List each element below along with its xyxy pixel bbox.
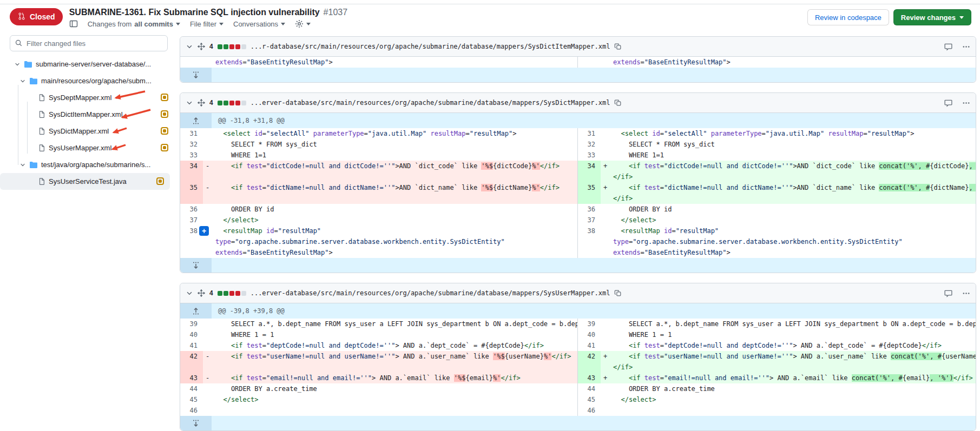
tree-folder-main-resources-org-apache-subm-[interactable]: main/resources/org/apache/subm...: [0, 72, 174, 89]
diffstat-addition-square: [218, 291, 222, 296]
line-number[interactable]: 41: [578, 340, 601, 351]
diff-sign: +: [601, 182, 610, 204]
chevron-down-icon[interactable]: [186, 289, 193, 297]
line-number[interactable]: 36: [578, 204, 601, 215]
expand-up-button[interactable]: [180, 303, 212, 319]
code-line: </if>: [613, 193, 976, 204]
code-cell: <if test="deptCode!=null and deptCode!='…: [213, 340, 577, 351]
diff-row: 45 </select>45 </select>: [180, 394, 976, 405]
kebab-icon[interactable]: [962, 99, 970, 107]
code-cell: ORDER BY id: [610, 204, 976, 215]
line-number[interactable]: 37: [180, 215, 203, 226]
line-number[interactable]: 33: [180, 150, 203, 161]
tree-file-sysusermapper-xml[interactable]: SysUserMapper.xml: [0, 140, 174, 156]
tree-file-sysdeptmapper-xml[interactable]: SysDeptMapper.xml: [0, 89, 174, 106]
drag-handle-icon[interactable]: [198, 99, 205, 107]
line-number[interactable]: 40: [578, 329, 601, 340]
chevron-down-icon[interactable]: [186, 99, 193, 107]
diff-sign: [601, 329, 610, 340]
line-number[interactable]: 42: [180, 351, 203, 373]
line-number[interactable]: [180, 57, 203, 68]
code-line: SELECT a.*, b.dept_name FROM sys_user a …: [613, 319, 976, 329]
diff-row-right: 39 SELECT a.*, b.dept_name FROM sys_user…: [578, 319, 976, 329]
changes-from-dropdown[interactable]: Changes from all commits: [88, 20, 180, 28]
folder-icon: [24, 61, 32, 68]
line-number[interactable]: 32: [180, 139, 203, 150]
tree-item-label: submarine-server/server-database/...: [36, 60, 151, 68]
diff-panels: 4...r-database/src/main/resources/org/ap…: [174, 31, 980, 431]
comment-icon[interactable]: [944, 99, 952, 107]
line-number[interactable]: 44: [180, 383, 203, 394]
line-number[interactable]: [578, 57, 601, 68]
line-number[interactable]: 31: [578, 128, 601, 139]
conversations-dropdown[interactable]: Conversations: [233, 20, 285, 28]
line-number[interactable]: 35: [180, 182, 203, 204]
file-filter-dropdown[interactable]: File filter: [190, 20, 223, 28]
tree-chevron-icon[interactable]: [19, 78, 26, 84]
diff-row-left: 45 </select>: [180, 394, 578, 405]
diff-settings-dropdown[interactable]: [295, 19, 311, 28]
diff-sign: [601, 215, 610, 226]
tree-folder-test-java-org-apache-submarine-s-[interactable]: test/java/org/apache/submarine/s...: [0, 156, 174, 173]
line-number[interactable]: 41: [180, 340, 203, 351]
hunk-header: @@ -31,8 +31,8 @@: [212, 113, 976, 128]
diff-left-context: 45 </select>: [180, 394, 578, 405]
line-number[interactable]: 45: [180, 394, 203, 405]
add-comment-button[interactable]: +: [199, 226, 209, 236]
line-number[interactable]: 39: [180, 319, 203, 329]
line-number[interactable]: 32: [578, 139, 601, 150]
comment-icon[interactable]: [944, 43, 952, 51]
chevron-down-icon[interactable]: [186, 43, 193, 50]
copy-icon[interactable]: [614, 99, 622, 107]
drag-handle-icon[interactable]: [198, 43, 205, 50]
line-number[interactable]: 35: [578, 182, 601, 204]
tree-file-sysdictmapper-xml[interactable]: SysDictMapper.xml: [0, 123, 174, 140]
expand-up-button[interactable]: [180, 113, 212, 128]
kebab-icon[interactable]: [962, 43, 970, 51]
hunk-row: @@ -39,8 +39,8 @@: [180, 303, 976, 319]
diff-row-left: 36 ORDER BY id: [180, 204, 578, 215]
line-number[interactable]: 37: [578, 215, 601, 226]
tree-chevron-icon[interactable]: [19, 162, 26, 168]
line-number[interactable]: 44: [578, 383, 601, 394]
review-changes-button[interactable]: Review changes: [893, 9, 971, 25]
diff-row-left: 40 WHERE 1 = 1: [180, 329, 578, 340]
tree-chevron-icon[interactable]: [14, 61, 21, 68]
diff-row: 4646: [180, 405, 976, 416]
file-tree: submarine-server/server-database/...main…: [0, 56, 174, 190]
diff-sign: +: [601, 161, 610, 182]
copy-icon[interactable]: [614, 289, 622, 297]
line-number[interactable]: 36: [180, 204, 203, 215]
line-number[interactable]: 33: [578, 150, 601, 161]
expand-down-button[interactable]: [180, 416, 212, 430]
sidebar-toggle-button[interactable]: [69, 19, 78, 28]
copy-icon[interactable]: [614, 43, 622, 50]
line-number[interactable]: 46: [578, 405, 601, 416]
comment-icon[interactable]: [944, 289, 952, 297]
line-number[interactable]: 40: [180, 329, 203, 340]
diff-row-left: 34- <if test="dictCode!=null and dictCod…: [180, 161, 578, 182]
expand-down-button[interactable]: [180, 258, 212, 273]
expand-down-button[interactable]: [180, 68, 212, 82]
diff-sign: [203, 128, 213, 139]
tree-file-sysuserservicetest-java[interactable]: SysUserServiceTest.java: [0, 173, 170, 190]
line-number[interactable]: 34: [578, 161, 601, 182]
line-number[interactable]: 43: [578, 373, 601, 383]
kebab-icon[interactable]: [962, 289, 970, 297]
drag-handle-icon[interactable]: [198, 289, 205, 297]
file-diff-panel: 4...erver-database/src/main/resources/or…: [180, 92, 976, 273]
line-number[interactable]: 45: [578, 394, 601, 405]
line-number[interactable]: 39: [578, 319, 601, 329]
review-in-codespace-button[interactable]: Review in codespace: [807, 9, 889, 25]
line-number[interactable]: 34: [180, 161, 203, 182]
line-number[interactable]: 38: [578, 226, 601, 258]
tree-folder-submarine-server-server-database-[interactable]: submarine-server/server-database/...: [0, 56, 174, 72]
line-number[interactable]: 31: [180, 128, 203, 139]
line-number[interactable]: 46: [180, 405, 203, 416]
line-number[interactable]: 43: [180, 373, 203, 383]
code-cell: WHERE 1 = 1: [610, 329, 976, 340]
tree-file-sysdictitemmapper-xml[interactable]: SysDictItemMapper.xml: [0, 106, 174, 123]
filter-changed-files-input[interactable]: [10, 35, 168, 51]
diff-right-context: 32 SELECT * FROM sys_dict: [578, 139, 976, 150]
line-number[interactable]: 42: [578, 351, 601, 373]
